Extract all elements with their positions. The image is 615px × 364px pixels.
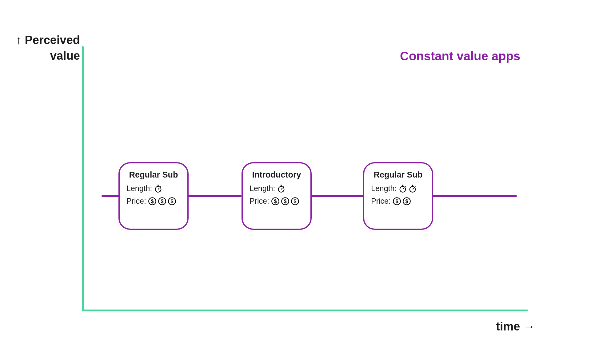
value-line-segment <box>429 195 517 197</box>
card-price-row: Price: $$$ <box>126 197 181 206</box>
svg-line-28 <box>413 188 414 189</box>
svg-point-0 <box>155 186 161 192</box>
stopwatch-icon <box>277 184 286 193</box>
stopwatch-icon <box>408 184 417 193</box>
svg-point-22 <box>400 186 406 192</box>
dollar-circle-icon: $ <box>158 197 166 206</box>
length-icons <box>398 184 417 193</box>
svg-line-15 <box>284 186 284 186</box>
length-icons <box>277 184 286 193</box>
svg-text:$: $ <box>395 198 398 204</box>
stopwatch-icon <box>154 184 162 193</box>
value-line-segment <box>309 195 365 197</box>
card-length-row: Length: <box>126 184 181 193</box>
card-title: Regular Sub <box>126 170 181 180</box>
svg-text:$: $ <box>170 198 173 204</box>
price-label: Price: <box>126 197 146 206</box>
svg-line-12 <box>281 188 282 189</box>
card-length-row: Length: <box>371 184 425 193</box>
svg-point-27 <box>410 186 416 192</box>
svg-line-4 <box>161 186 161 186</box>
chart-title: Constant value apps <box>400 49 520 63</box>
svg-text:$: $ <box>294 198 296 204</box>
svg-line-26 <box>405 186 406 186</box>
card-introductory: Introductory Length: Price: $$$ <box>242 162 312 230</box>
stopwatch-icon <box>398 184 407 193</box>
price-icons: $$$ <box>271 197 299 206</box>
diagram-canvas: ↑ Perceived value time → Constant value … <box>0 0 615 364</box>
length-label: Length: <box>126 184 152 193</box>
svg-text:$: $ <box>284 198 286 204</box>
svg-text:$: $ <box>274 198 277 204</box>
card-length-row: Length: <box>250 184 304 193</box>
dollar-circle-icon: $ <box>291 197 299 206</box>
svg-line-1 <box>158 188 159 189</box>
price-icons: $$ <box>393 197 411 206</box>
dollar-circle-icon: $ <box>402 197 411 206</box>
value-line-segment <box>186 195 242 197</box>
price-icons: $$$ <box>148 197 176 206</box>
price-label: Price: <box>250 197 269 206</box>
x-axis-label: time → <box>496 320 535 333</box>
length-icons <box>154 184 162 193</box>
card-regular-sub-1: Regular Sub Length: Price: $$$ <box>118 162 189 230</box>
svg-line-31 <box>415 186 416 186</box>
length-label: Length: <box>371 184 397 193</box>
card-title: Introductory <box>250 170 304 180</box>
price-label: Price: <box>371 197 391 206</box>
dollar-circle-icon: $ <box>148 197 157 206</box>
x-axis <box>82 310 528 311</box>
svg-point-11 <box>278 186 284 192</box>
dollar-circle-icon: $ <box>271 197 280 206</box>
card-title: Regular Sub <box>371 170 425 180</box>
svg-text:$: $ <box>151 198 154 204</box>
dollar-circle-icon: $ <box>281 197 290 206</box>
svg-text:$: $ <box>405 198 408 204</box>
card-regular-sub-2: Regular Sub Length: Price: $$ <box>363 162 433 230</box>
svg-line-23 <box>403 188 404 189</box>
svg-text:$: $ <box>161 198 163 204</box>
dollar-circle-icon: $ <box>168 197 176 206</box>
length-label: Length: <box>250 184 275 193</box>
y-axis <box>82 46 84 311</box>
y-axis-label: ↑ Perceived value <box>6 32 80 64</box>
card-price-row: Price: $$$ <box>250 197 304 206</box>
dollar-circle-icon: $ <box>393 197 401 206</box>
card-price-row: Price: $$ <box>371 197 425 206</box>
